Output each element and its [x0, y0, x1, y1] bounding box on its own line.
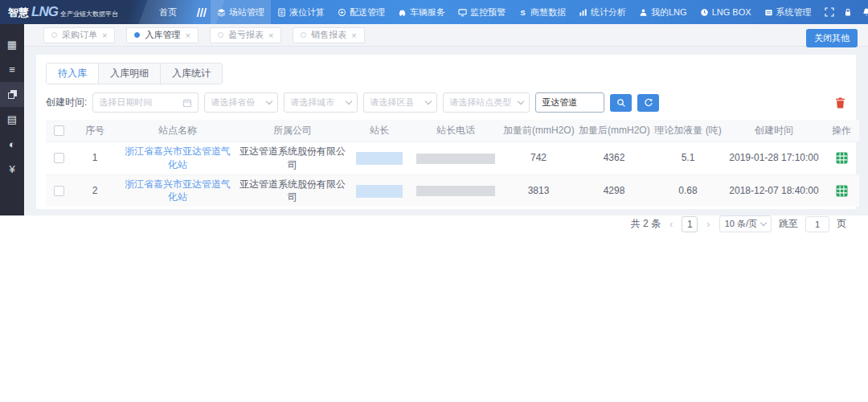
cell-before: 3813 — [501, 174, 576, 207]
hamburger-icon: ≡ — [9, 64, 15, 76]
cell-after: 4362 — [576, 142, 652, 175]
date-picker[interactable]: 选择日期时间 — [92, 92, 199, 113]
nav-item-system-mgmt[interactable]: 系统管理 — [758, 0, 818, 24]
cell-amount: 5.1 — [652, 142, 724, 175]
close-others-button[interactable]: 关闭其他 — [806, 29, 858, 47]
tab-inbound-mgmt[interactable]: 入库管理 × — [126, 27, 198, 43]
redacted-manager-block — [356, 152, 403, 165]
lock-icon[interactable] — [843, 7, 853, 17]
station-type-select[interactable]: 请选择站点类型 — [443, 92, 530, 113]
data-s-icon: S — [518, 8, 527, 17]
detail-grid-icon[interactable] — [826, 152, 857, 164]
jump-to-label: 跳至 — [779, 217, 798, 231]
col-header-station: 站点名称 — [118, 120, 237, 142]
row-checkbox[interactable] — [54, 153, 64, 163]
grid-square-icon: ▦ — [7, 39, 17, 51]
row-checkbox[interactable] — [54, 186, 64, 196]
cell-no: 1 — [72, 142, 118, 175]
station-link[interactable]: 浙江省嘉兴市亚达管道气化站 — [125, 178, 231, 203]
chevron-down-icon — [425, 98, 432, 105]
content-background: 待入库 入库明细 入库统计 创建时间: 选择日期时间 请选择省份 请选择城市 — [24, 47, 868, 215]
fullscreen-icon[interactable] — [825, 7, 834, 17]
city-select[interactable]: 请选择城市 — [284, 92, 358, 113]
select-all-checkbox[interactable] — [54, 125, 64, 136]
sidebar-item-yuan-icon[interactable]: ¥ — [0, 157, 24, 182]
refresh-button[interactable] — [637, 94, 659, 112]
nav-item-bi-data[interactable]: S 商慧数据 — [512, 0, 572, 24]
calendar-icon — [182, 98, 192, 108]
nav-item-statistics[interactable]: 统计分析 — [572, 0, 633, 24]
tab-purchase-orders[interactable]: 采购订单 × — [43, 27, 115, 43]
province-select[interactable]: 请选择省份 — [204, 92, 278, 113]
search-button[interactable] — [610, 94, 632, 112]
user-icon — [639, 8, 648, 17]
page-unit-label: 页 — [837, 217, 846, 231]
close-icon[interactable]: × — [185, 31, 190, 40]
tab-sales-report[interactable]: 销售报表 × — [293, 27, 364, 43]
tab-pending-inbound[interactable]: 待入库 — [47, 64, 99, 84]
delete-trash-icon[interactable] — [834, 96, 846, 109]
close-icon[interactable]: × — [351, 31, 356, 40]
nav-right-icons — [818, 7, 868, 17]
top-navbar: 智慧 LNG 全产业链大数据平台 首页 场站管理 液位计算 配送管理 — [0, 0, 868, 24]
app-screen: 智慧 LNG 全产业链大数据平台 首页 场站管理 液位计算 配送管理 — [0, 0, 868, 402]
nav-item-my-lng[interactable]: 我的LNG — [633, 0, 694, 24]
sidebar-item-menu-icon[interactable]: ≡ — [0, 57, 24, 82]
close-icon[interactable]: × — [268, 31, 273, 40]
page-number-button[interactable]: 1 — [682, 216, 698, 232]
nav-divider-icon — [198, 8, 206, 17]
open-tabs-bar: 采购订单 × 入库管理 × 盈亏报表 × 销售报表 × — [24, 24, 868, 47]
jump-page-input[interactable] — [805, 216, 829, 232]
tab-dot-icon — [218, 32, 223, 38]
col-header-company: 所属公司 — [237, 120, 348, 142]
chevron-down-icon — [760, 219, 767, 226]
nav-item-monitor-alert[interactable]: 监控预警 — [452, 0, 512, 24]
create-time-label: 创建时间: — [46, 96, 87, 109]
close-icon[interactable]: × — [102, 31, 107, 40]
sidebar-item-form-icon[interactable]: ▦ — [0, 32, 24, 57]
nav-item-station-mgmt[interactable]: 场站管理 — [211, 0, 271, 24]
page-size-select[interactable]: 10 条/页 — [719, 215, 772, 232]
tab-inbound-detail[interactable]: 入库明细 — [99, 64, 161, 84]
bell-icon[interactable] — [862, 7, 868, 17]
detail-grid-icon[interactable] — [826, 185, 857, 197]
table-row: 2 浙江省嘉兴市亚达管道气化站 亚达管道系统股份有限公司 3813 4298 0… — [46, 174, 859, 207]
chevron-down-icon — [266, 98, 272, 105]
next-page-button[interactable]: › — [705, 218, 711, 230]
sidebar-item-contrast-icon[interactable]: ◐ — [0, 132, 24, 157]
tab-inbound-stats[interactable]: 入库统计 — [161, 64, 222, 84]
keyword-search-input[interactable] — [535, 92, 604, 113]
clock-icon — [700, 8, 709, 17]
nav-item-delivery-mgmt[interactable]: 配送管理 — [331, 0, 391, 24]
sidebar-item-document-icon[interactable]: ▤ — [0, 107, 24, 132]
nav-item-home[interactable]: 首页 — [143, 0, 193, 24]
logo-text-zh: 智慧 — [8, 6, 29, 20]
tab-dot-icon — [51, 32, 57, 38]
nav-item-lng-box[interactable]: LNG BOX — [694, 0, 758, 24]
nav-item-vehicle-service[interactable]: 车辆服务 — [391, 0, 452, 24]
document-icon: ▤ — [7, 113, 17, 125]
panel-tabs: 待入库 入库明细 入库统计 — [46, 63, 223, 84]
tab-profit-loss-report[interactable]: 盈亏报表 × — [210, 27, 281, 43]
cell-company: 亚达管道系统股份有限公司 — [237, 174, 348, 207]
cell-amount: 0.68 — [652, 174, 724, 207]
nav-item-liquid-calc[interactable]: 液位计算 — [271, 0, 331, 24]
delivery-icon — [338, 8, 346, 17]
col-header-before: 加量前(mmH2O) — [501, 120, 576, 142]
district-select[interactable]: 请选择区县 — [363, 92, 437, 113]
total-count-label: 共 2 条 — [631, 217, 661, 231]
redacted-manager-block — [356, 185, 403, 198]
inbound-table: 序号 站点名称 所属公司 站长 站长电话 加量前(mmH2O) 加量后(mmH2… — [46, 120, 859, 207]
prev-page-button[interactable]: ‹ — [668, 218, 674, 230]
sidebar-item-copy-icon[interactable] — [0, 82, 24, 107]
main-card: 待入库 入库明细 入库统计 创建时间: 选择日期时间 请选择省份 请选择城市 — [36, 55, 856, 209]
col-header-created: 创建时间 — [724, 120, 824, 142]
col-header-amount: 理论加液量 (吨) — [652, 120, 724, 142]
redacted-phone-block — [416, 154, 495, 164]
svg-text:S: S — [520, 8, 525, 16]
filter-bar: 创建时间: 选择日期时间 请选择省份 请选择城市 请选择区县 — [46, 92, 846, 113]
col-header-manager: 站长 — [348, 120, 411, 142]
station-link[interactable]: 浙江省嘉兴市亚达管道气化站 — [125, 146, 231, 170]
redacted-phone-block — [416, 186, 495, 196]
cell-no: 2 — [72, 174, 118, 207]
